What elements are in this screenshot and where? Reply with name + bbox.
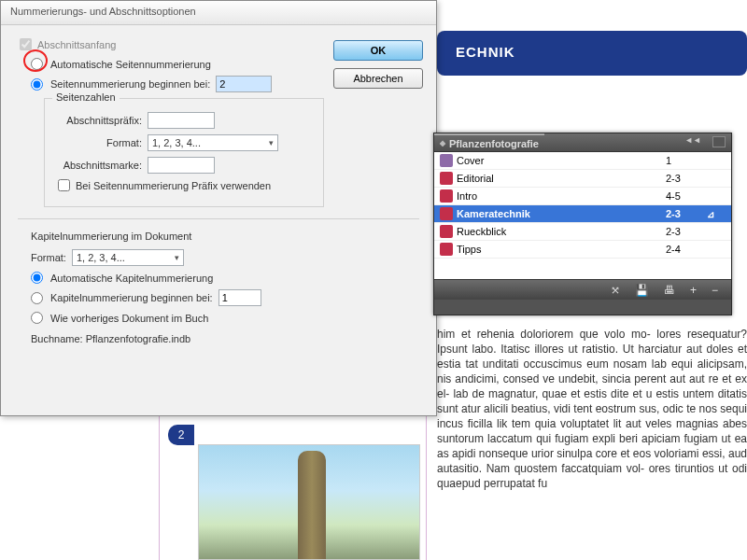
chapter-start-at-input[interactable] <box>218 289 261 306</box>
chapter-section-title: Kapitelnummerierung im Dokument <box>31 231 419 242</box>
auto-page-numbering-radio[interactable] <box>31 58 43 70</box>
section-prefix-label: Abschnittspräfix: <box>54 115 142 126</box>
bookname-label: Buchname: <box>31 333 86 344</box>
section-start-label: Abschnittsanfang <box>37 39 116 50</box>
book-panel-footer: ⤧ 💾 🖶 + − <box>434 279 731 300</box>
as-previous-radio[interactable] <box>31 312 43 324</box>
format-label: Format: <box>54 137 142 148</box>
document-icon <box>440 172 453 185</box>
separator <box>18 218 419 219</box>
list-item[interactable]: Tipps2-4 <box>434 241 731 259</box>
section-start-checkbox <box>20 38 32 50</box>
chapter-start-at-label: Kapitelnummerierung beginnen bei: <box>50 292 213 303</box>
auto-chapter-radio[interactable] <box>31 272 43 284</box>
page-range: 2-3 <box>666 226 707 237</box>
page-range: 2-4 <box>666 244 707 255</box>
numbering-options-dialog: Nummerierungs- und Abschnittsoptionen OK… <box>0 0 437 416</box>
page-range: 1 <box>666 155 707 166</box>
list-item[interactable]: Cover1 <box>434 152 731 170</box>
use-prefix-checkbox[interactable] <box>58 179 70 191</box>
body-text: him et rehenia doloriorem que volo mo- l… <box>437 327 747 491</box>
document-icon <box>440 243 453 256</box>
cancel-button[interactable]: Abbrechen <box>333 68 423 89</box>
book-panel[interactable]: Pflanzenfotografie ◄◄ Cover1 Editorial2-… <box>433 133 732 315</box>
dialog-title: Nummerierungs- und Abschnittsoptionen <box>1 1 436 25</box>
start-page-at-input[interactable] <box>216 76 272 92</box>
page-numbers-legend: Seitenzahlen <box>52 91 120 103</box>
doc-name: Kameratechnik <box>457 208 666 219</box>
section-marker-label: Abschnittsmarke: <box>54 160 142 171</box>
chapter-start-at-radio[interactable] <box>31 292 43 304</box>
document-icon <box>440 225 453 238</box>
as-previous-label: Wie vorheriges Dokument im Buch <box>50 313 208 324</box>
ok-button[interactable]: OK <box>333 40 423 61</box>
chapter-format-label: Format: <box>31 252 66 263</box>
page-numbers-group: Seitenzahlen Abschnittspräfix: Format: 1… <box>44 98 324 207</box>
use-prefix-label: Bei Seitennummerierung Präfix verwenden <box>76 180 271 191</box>
list-item[interactable]: Kameratechnik2-3⊿ <box>434 205 731 223</box>
doc-name: Intro <box>457 190 666 202</box>
list-item[interactable]: Editorial2-3 <box>434 170 731 188</box>
list-item[interactable]: Rueckblick2-3 <box>434 223 731 241</box>
panel-menu-icon[interactable] <box>712 136 726 147</box>
book-panel-header[interactable]: Pflanzenfotografie ◄◄ <box>434 133 731 152</box>
status-flag: ⊿ <box>707 209 724 219</box>
print-icon[interactable]: 🖶 <box>664 284 675 297</box>
auto-page-numbering-label: Automatische Seitennummerierung <box>50 59 211 70</box>
document-icon <box>440 154 453 167</box>
page-number-badge: 2 <box>168 425 194 445</box>
book-document-list[interactable]: Cover1 Editorial2-3 Intro4-5 Kameratechn… <box>434 152 731 279</box>
section-marker-input[interactable] <box>148 157 215 174</box>
document-icon <box>440 189 453 203</box>
document-photo <box>198 444 420 560</box>
doc-name: Tipps <box>457 244 666 255</box>
start-page-at-label: Seitennummerierung beginnen bei: <box>50 78 210 90</box>
page-format-combo[interactable]: 1, 2, 3, 4... <box>148 134 278 151</box>
doc-name: Editorial <box>457 173 666 184</box>
document-icon <box>440 207 453 220</box>
remove-icon[interactable]: − <box>712 284 718 297</box>
page-range: 2-3 <box>666 208 707 219</box>
document-heading-banner: ECHNIK <box>437 31 747 76</box>
section-prefix-input[interactable] <box>148 112 215 129</box>
book-panel-title[interactable]: Pflanzenfotografie <box>434 133 544 152</box>
doc-name: Cover <box>457 155 666 166</box>
bookname-value: Pflanzenfotografie.indb <box>86 333 191 344</box>
chapter-format-combo[interactable]: 1, 2, 3, 4... <box>72 249 184 266</box>
list-item[interactable]: Intro4-5 <box>434 188 731 205</box>
doc-name: Rueckblick <box>457 226 666 237</box>
start-page-at-radio[interactable] <box>31 78 43 91</box>
page-range: 4-5 <box>666 190 707 202</box>
save-icon[interactable]: 💾 <box>635 284 649 297</box>
collapse-icon[interactable]: ◄◄ <box>684 135 701 145</box>
page-range: 2-3 <box>666 173 707 184</box>
sync-icon[interactable]: ⤧ <box>611 284 620 297</box>
auto-chapter-label: Automatische Kapitelnummerierung <box>50 273 213 284</box>
add-icon[interactable]: + <box>690 284 697 297</box>
